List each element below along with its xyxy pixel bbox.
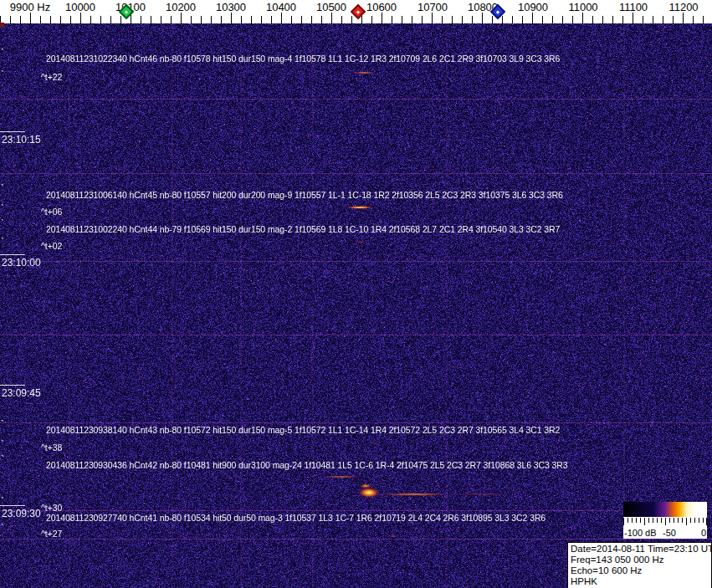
ruler-minor-tick <box>502 16 503 23</box>
ruler-major-tick <box>281 13 282 23</box>
info-box-line: HPHK <box>571 576 709 587</box>
info-box-line: Echo=10 600 Hz <box>571 565 709 576</box>
corner-signal-patch <box>0 23 4 27</box>
ruler-minor-tick <box>392 16 392 23</box>
time-axis-label: 23:09:45 <box>2 387 41 399</box>
ruler-minor-tick <box>291 16 292 23</box>
ruler-minor-tick <box>60 16 61 23</box>
ruler-minor-tick <box>552 16 553 23</box>
ruler-minor-tick <box>492 16 493 23</box>
red-frequency-marker-icon[interactable] <box>351 4 366 19</box>
frequency-tick-label: 9900 Hz <box>10 1 50 13</box>
ruler-minor-tick <box>271 16 272 23</box>
colorbar-tick <box>648 518 649 523</box>
ruler-major-tick <box>582 13 583 23</box>
frequency-tick-label: 10300 <box>216 1 246 13</box>
colorbar-tick <box>623 518 624 525</box>
frequency-tick-label: 10700 <box>417 1 448 13</box>
detection-time-tag: ^t+22 <box>41 72 62 82</box>
ruler-minor-tick <box>442 16 443 23</box>
detection-log-line: 20140811230938140 hCnt43 nb-80 f10572 hi… <box>46 425 560 435</box>
colorbar-tick <box>636 518 637 523</box>
colorbar-tick <box>678 518 679 523</box>
ruler-major-tick <box>181 13 182 23</box>
colorbar-tick <box>644 518 645 525</box>
ruler-minor-tick <box>10 16 11 23</box>
ruler-minor-tick <box>542 16 543 23</box>
ruler-minor-tick <box>703 16 704 23</box>
ruler-minor-tick <box>643 16 643 23</box>
left-edge-tick: ` <box>1 206 4 212</box>
ruler-minor-tick <box>592 16 593 23</box>
color-scale-ruler: -100 dB-500 <box>623 517 707 539</box>
time-tick-line <box>0 131 25 132</box>
ruler-minor-tick <box>452 16 453 23</box>
detection-log-line: 20140811230927740 hCnt41 nb-80 f10534 hi… <box>46 513 546 523</box>
colorbar-label: 0 <box>701 528 706 538</box>
ruler-major-tick <box>30 13 31 23</box>
frequency-tick-label: 10200 <box>166 1 196 13</box>
db-color-scale: -100 dB-500 <box>623 502 707 539</box>
frequency-tick-label: 10400 <box>266 1 296 13</box>
frequency-ruler[interactable]: 9900 Hz100001010010200103001040010500106… <box>0 0 712 23</box>
ruler-minor-tick <box>693 16 694 23</box>
left-edge-tick: ` <box>1 422 4 428</box>
ruler-major-tick <box>532 13 533 23</box>
colorbar-tick <box>699 518 699 523</box>
frequency-tick-label: 10000 <box>65 1 95 13</box>
detection-log-line: 20140811230930436 hCnt42 nb-80 f10481 hi… <box>46 460 567 470</box>
colorbar-tick <box>632 518 633 523</box>
frequency-tick-label: 10900 <box>518 1 548 13</box>
ruler-minor-tick <box>161 16 161 23</box>
ruler-minor-tick <box>512 16 513 23</box>
left-edge-tick: ` <box>1 221 4 228</box>
colorbar-tick <box>706 518 707 525</box>
ruler-minor-tick <box>201 16 202 23</box>
ruler-minor-tick <box>572 16 573 23</box>
ruler-minor-tick <box>100 16 101 23</box>
time-axis-label: 23:10:15 <box>2 134 41 146</box>
detection-log-line: 20140811231002240 hCnt44 nb-79 f10569 hi… <box>46 224 560 234</box>
marker-center-dot <box>125 10 128 13</box>
colorbar-tick <box>640 518 641 523</box>
left-edge-tick: ` <box>1 72 4 79</box>
ruler-minor-tick <box>151 16 151 23</box>
ruler-minor-tick <box>341 16 342 23</box>
ruler-minor-tick <box>110 16 111 23</box>
ruler-major-tick <box>633 13 633 23</box>
frequency-tick-label: 10500 <box>316 1 346 13</box>
time-axis-label: 23:09:30 <box>2 508 41 519</box>
colorbar-tick <box>661 518 662 523</box>
colorbar-tick <box>686 518 687 525</box>
ruler-minor-tick <box>50 16 51 23</box>
time-tick-line <box>0 385 25 386</box>
marker-center-dot <box>496 10 499 13</box>
ruler-minor-tick <box>90 16 91 23</box>
ruler-minor-tick <box>221 16 222 23</box>
time-axis-label: 23:10:00 <box>2 257 41 268</box>
left-edge-tick: ` <box>1 239 4 246</box>
ruler-minor-tick <box>663 16 663 23</box>
colorbar-tick <box>669 518 670 523</box>
ruler-minor-tick <box>171 16 172 23</box>
ruler-minor-tick <box>522 16 523 23</box>
ruler-major-tick <box>331 13 332 23</box>
ruler-minor-tick <box>412 16 412 23</box>
ruler-minor-tick <box>622 16 623 23</box>
ruler-minor-tick <box>653 16 653 23</box>
ruler-minor-tick <box>211 16 212 23</box>
frequency-tick-label: 11000 <box>568 1 597 13</box>
frequency-tick-label: 10600 <box>366 1 397 13</box>
color-gradient-bar <box>623 502 707 517</box>
info-box-line: Date=2014-08-11 Time=23:10 UTC <box>571 544 709 555</box>
detection-time-tag: ^t+06 <box>41 207 62 217</box>
spectrogram-waterfall[interactable] <box>0 23 712 588</box>
colorbar-tick <box>627 518 628 523</box>
left-edge-tick: ` <box>1 525 4 532</box>
left-edge-tick: ` <box>1 457 4 463</box>
frequency-tick-label: 11200 <box>668 1 698 13</box>
ruler-minor-tick <box>321 16 322 23</box>
ruler-minor-tick <box>40 16 41 23</box>
ruler-minor-tick <box>311 16 312 23</box>
left-edge-tick: ` <box>1 499 4 505</box>
